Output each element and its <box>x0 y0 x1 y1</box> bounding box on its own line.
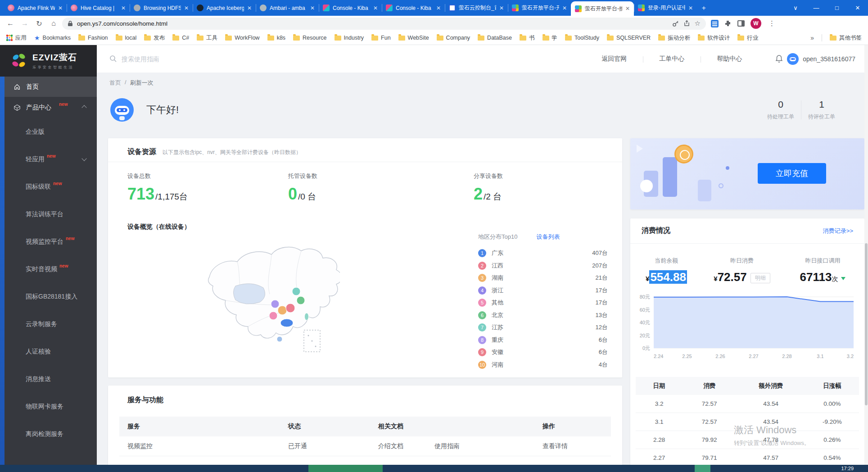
window-maximize-button[interactable]: □ <box>827 0 847 16</box>
page-scrollbar[interactable] <box>864 45 868 465</box>
sidebar-item-absence-detect[interactable]: 离岗检测服务 <box>0 420 97 448</box>
share-icon[interactable] <box>683 20 691 27</box>
tab-close-icon[interactable]: ✕ <box>436 5 441 11</box>
search-input[interactable] <box>122 55 257 63</box>
sidebar-item-realtime-av[interactable]: 实时音视频new <box>0 255 97 283</box>
bookmark-folder-database[interactable]: DataBase <box>478 35 512 41</box>
bookmark-folder-software[interactable]: 软件设计 <box>698 34 730 42</box>
bookmark-apps[interactable]: 应用 <box>6 34 27 42</box>
bookmark-folder-resource[interactable]: Resource <box>293 35 327 41</box>
tab-close-icon[interactable]: ✕ <box>373 5 378 11</box>
tab-apache-flink[interactable]: Apache Flink W✕ <box>4 0 67 16</box>
back-button-icon[interactable]: ← <box>5 18 16 29</box>
bookmark-folder-books[interactable]: 书 <box>520 34 535 42</box>
tab-ys7-console[interactable]: 萤石云控制台_首✕ <box>445 0 508 16</box>
bookmark-folder-vibration[interactable]: 振动分析 <box>658 34 690 42</box>
service-detail-link[interactable]: 查看详情 <box>542 442 568 450</box>
bookmark-folder-publish[interactable]: 发布 <box>144 34 165 42</box>
review-orders[interactable]: 1 待评价工单 <box>801 99 842 121</box>
bookmark-folder-tools[interactable]: 工具 <box>197 34 217 42</box>
home-button-icon[interactable]: ⌂ <box>48 18 59 29</box>
sidebar-item-cloud-recording[interactable]: 云录制服务 <box>0 310 97 338</box>
side-panel-icon[interactable] <box>737 19 745 27</box>
tab-ys7-open-active[interactable]: 萤石开放平台-接✕ <box>571 1 634 16</box>
tab-hive-catalog[interactable]: Hive Catalog |✕ <box>67 0 130 16</box>
tab-close-icon[interactable]: ✕ <box>688 5 693 11</box>
breadcrumb-home[interactable]: 首页 <box>109 79 121 87</box>
address-bar[interactable]: open.ys7.com/console/home.html ☆ <box>62 18 706 30</box>
sidebar-item-message-push[interactable]: 消息推送 <box>0 365 97 393</box>
bookmark-folder-fashion[interactable]: Fashion <box>78 35 108 41</box>
window-minimize-button[interactable]: — <box>806 0 827 16</box>
browser-menu-icon[interactable]: ⋮ <box>767 19 777 27</box>
bookmark-folder-toolstudy[interactable]: ToolStudy <box>565 35 599 41</box>
bookmark-folder-k8s[interactable]: k8s <box>267 35 285 41</box>
bookmark-other[interactable]: 其他书签 <box>830 34 862 42</box>
sidebar-item-video-monitor[interactable]: 视频监控平台new <box>0 228 97 255</box>
tab-ys7-open-1[interactable]: 萤石开放平台-开✕ <box>508 0 571 16</box>
tab-close-icon[interactable]: ✕ <box>247 5 252 11</box>
bookmark-folder-sqlserver[interactable]: SQLSERVER <box>607 35 651 41</box>
device-list-link[interactable]: 设备列表 <box>536 233 560 241</box>
new-tab-button[interactable]: ＋ <box>697 0 710 16</box>
bookmark-folder-fun[interactable]: Fun <box>371 35 391 41</box>
bookmark-folder-website[interactable]: WebSite <box>398 35 429 41</box>
link-official-site[interactable]: 返回官网 <box>585 55 643 63</box>
sidebar-item-gb28181[interactable]: 国标GB28181接入 <box>0 283 97 310</box>
sidebar-item-enterprise[interactable]: 企业版 <box>0 118 97 145</box>
key-icon[interactable] <box>672 20 679 27</box>
browser-profile-avatar[interactable]: W <box>750 18 761 29</box>
service-doc-intro[interactable]: 介绍文档 <box>378 442 403 450</box>
bookmark-folder-workflow[interactable]: WorkFlow <box>225 35 259 41</box>
tab-close-icon[interactable]: ✕ <box>499 5 504 11</box>
sidebar-item-iot-card[interactable]: 物联网卡服务 <box>0 393 97 420</box>
bookmark-folder-study[interactable]: 学 <box>542 34 558 42</box>
username[interactable]: open_3581616077 <box>803 55 855 63</box>
window-close-button[interactable]: ✕ <box>847 0 868 16</box>
tab-close-icon[interactable]: ✕ <box>310 5 315 11</box>
bell-icon[interactable] <box>775 54 783 63</box>
extensions-puzzle-icon[interactable] <box>724 20 732 27</box>
china-map[interactable] <box>187 237 340 364</box>
consumption-records-link[interactable]: 消费记录>> <box>823 227 853 235</box>
user-avatar[interactable] <box>787 53 799 65</box>
bookmark-bookmarks[interactable]: ★Bookmarks <box>34 34 71 41</box>
bookmark-folder-csharp[interactable]: C# <box>172 35 189 41</box>
detail-button[interactable]: 明细 <box>750 273 770 283</box>
bookmark-folder-industry[interactable]: Industry <box>335 35 364 41</box>
tab-close-icon[interactable]: ✕ <box>184 5 189 11</box>
bookmark-star-icon[interactable]: ☆ <box>695 19 701 27</box>
forward-button-icon[interactable]: → <box>19 18 31 29</box>
reload-button-icon[interactable]: ↻ <box>33 18 45 29</box>
sidebar-item-identity-verify[interactable]: 人证核验 <box>0 338 97 365</box>
bookmark-folder-company[interactable]: Company <box>437 35 470 41</box>
link-work-orders[interactable]: 工单中心 <box>643 55 701 63</box>
tab-close-icon[interactable]: ✕ <box>58 5 63 11</box>
tab-close-icon[interactable]: ✕ <box>625 5 630 12</box>
sidebar-item-gb-cascade[interactable]: 国标级联new <box>0 173 97 200</box>
tab-close-icon[interactable]: ✕ <box>562 5 567 11</box>
sidebar-item-home[interactable]: 首页 <box>0 77 97 97</box>
tab-console-kibana-1[interactable]: Console - Kiba✕ <box>319 0 382 16</box>
tab-apache-iceberg[interactable]: Apache Iceberg✕ <box>193 0 256 16</box>
tab-ys7-login[interactable]: 登录-用户认证中✕ <box>634 0 697 16</box>
tab-browsing-hdfs[interactable]: Browsing HDFS✕ <box>130 0 193 16</box>
link-help-center[interactable]: 帮助中心 <box>701 55 758 63</box>
sidebar-item-light-app[interactable]: 轻应用new <box>0 145 97 173</box>
ezviz-logo[interactable]: EZVIZ萤石 乐享安全智能生活 <box>0 45 97 77</box>
translate-icon[interactable] <box>710 19 719 27</box>
pending-orders[interactable]: 0 待处理工单 <box>760 99 801 121</box>
service-doc-guide[interactable]: 使用指南 <box>434 442 460 450</box>
sidebar-item-product-center[interactable]: 产品中心 new <box>0 97 97 118</box>
sidebar-item-algorithm-training[interactable]: 算法训练平台 <box>0 200 97 228</box>
tab-console-kibana-2[interactable]: Console - Kiba✕ <box>382 0 445 16</box>
scrollbar-thumb[interactable] <box>865 243 868 405</box>
bookmark-folder-local[interactable]: local <box>116 35 137 41</box>
tab-ambari[interactable]: Ambari - amba✕ <box>256 0 319 16</box>
tab-close-icon[interactable]: ✕ <box>121 5 126 11</box>
url-text[interactable]: open.ys7.com/console/home.html <box>77 20 668 27</box>
search-box[interactable] <box>109 55 257 63</box>
bookmark-folder-industry2[interactable]: 行业 <box>737 34 758 42</box>
window-caret-icon[interactable]: ∨ <box>785 0 806 16</box>
trend-down-icon[interactable] <box>841 277 845 280</box>
